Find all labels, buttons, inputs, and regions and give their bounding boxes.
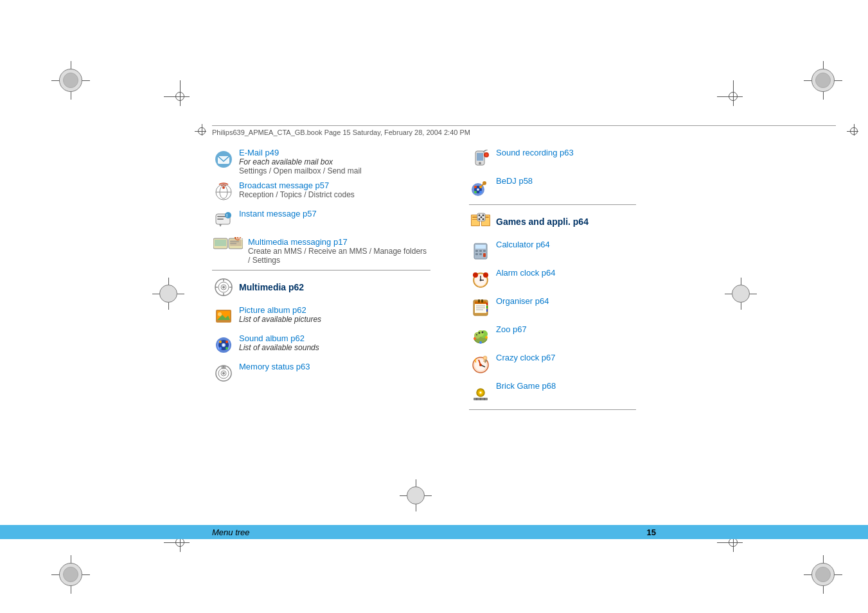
alarm-clock-icon (469, 268, 492, 291)
sound-album-subtitle: List of available sounds (239, 343, 319, 352)
sound-recording-title: Sound recording p63 (496, 148, 574, 157)
svg-point-109 (479, 332, 481, 334)
svg-point-120 (483, 356, 487, 360)
divider-2 (469, 204, 636, 205)
svg-rect-7 (217, 216, 226, 217)
svg-rect-8 (217, 218, 224, 220)
svg-point-61 (479, 186, 482, 188)
svg-point-60 (474, 186, 477, 188)
svg-rect-15 (230, 240, 242, 246)
games-section: Games and appli. p64 (469, 210, 836, 233)
svg-rect-80 (479, 250, 482, 252)
svg-point-119 (479, 364, 482, 366)
svg-point-108 (477, 330, 484, 337)
header-separator (212, 125, 836, 126)
calculator-icon (469, 240, 492, 263)
organiser-title: Organiser p64 (496, 296, 549, 306)
svg-rect-79 (475, 250, 478, 252)
brick-game-text: Brick Game p68 (496, 381, 556, 391)
email-icon (212, 148, 235, 171)
picture-album-text: Picture album p62 List of available pict… (239, 305, 321, 324)
sound-recording-text: Sound recording p63 (496, 148, 574, 157)
broadcast-item: Broadcast message p57 Reception / Topics… (212, 181, 430, 204)
sound-album-icon (212, 333, 235, 357)
alarm-clock-text: Alarm clock p64 (496, 268, 555, 278)
svg-rect-103 (486, 306, 488, 308)
broadcast-icon (212, 181, 235, 204)
svg-point-59 (483, 181, 486, 185)
mms-icon: MMS (212, 237, 244, 260)
crazy-clock-item: Crazy clock p67 (469, 353, 836, 376)
zoo-item: Zoo p67 (469, 324, 836, 348)
zoo-title: Zoo p67 (496, 324, 527, 334)
zoo-icon (469, 324, 492, 348)
svg-text:!: ! (226, 213, 227, 218)
right-column: Sound recording p63 (430, 148, 836, 529)
svg-point-46 (223, 366, 224, 368)
svg-point-36 (223, 344, 225, 346)
svg-rect-81 (483, 250, 486, 252)
svg-point-76 (483, 218, 484, 220)
games-title: Games and appli. p64 (496, 217, 589, 227)
main-content: E-Mail p49 For each available mail box S… (212, 148, 836, 529)
multimedia-icon (212, 276, 235, 299)
svg-point-38 (226, 341, 228, 343)
svg-rect-82 (475, 253, 478, 255)
svg-point-111 (476, 334, 477, 335)
svg-point-63 (479, 191, 482, 193)
svg-point-113 (485, 336, 488, 339)
memory-status-item: Memory status p63 (212, 362, 430, 385)
email-text: E-Mail p49 For each available mail box S… (239, 148, 362, 175)
brick-game-title: Brick Game p68 (496, 381, 556, 391)
svg-point-23 (222, 286, 225, 289)
svg-rect-102 (486, 303, 488, 305)
svg-text:MMS: MMS (236, 237, 243, 240)
multimedia-section: Multimedia p62 (212, 276, 430, 299)
svg-point-37 (219, 341, 222, 343)
svg-point-72 (479, 215, 481, 217)
svg-point-44 (222, 372, 225, 375)
svg-rect-100 (478, 299, 480, 303)
svg-point-49 (479, 162, 481, 164)
mms-title: Multimedia messaging p17 (248, 237, 430, 247)
svg-rect-13 (215, 240, 226, 246)
brick-game-item: Brick Game p68 (469, 381, 836, 404)
svg-point-40 (219, 347, 222, 350)
divider-3 (469, 409, 636, 410)
memory-status-title: Memory status p63 (239, 362, 310, 371)
zoo-text: Zoo p67 (496, 324, 527, 334)
bedj-text: BeDJ p58 (496, 176, 533, 186)
footer-right: 15 (647, 528, 656, 537)
picture-album-icon (212, 305, 235, 328)
alarm-clock-item: Alarm clock p64 (469, 268, 836, 291)
sound-recording-item: Sound recording p63 (469, 148, 836, 171)
mms-text: Multimedia messaging p17 Create an MMS /… (248, 237, 430, 265)
svg-point-62 (474, 191, 477, 193)
svg-rect-67 (472, 219, 477, 220)
email-item: E-Mail p49 For each available mail box S… (212, 148, 430, 175)
svg-point-30 (218, 312, 222, 316)
divider-1 (212, 270, 430, 271)
calculator-item: Calculator p64 (469, 240, 836, 263)
broadcast-title: Broadcast message p57 (239, 181, 355, 190)
broadcast-detail: Reception / Topics / District codes (239, 190, 355, 199)
sound-album-item: Sound album p62 List of available sounds (212, 333, 430, 357)
organiser-item: Organiser p64 (469, 296, 836, 319)
svg-point-125 (480, 392, 482, 394)
email-title: E-Mail p49 (239, 148, 362, 157)
bottom-bar: Menu tree 15 (0, 525, 868, 539)
instant-icon: ! (212, 209, 235, 232)
svg-rect-101 (481, 299, 483, 303)
organiser-text: Organiser p64 (496, 296, 549, 306)
calculator-title: Calculator p64 (496, 240, 550, 249)
svg-rect-78 (475, 245, 486, 249)
svg-point-112 (474, 337, 476, 340)
crazy-clock-icon (469, 353, 492, 376)
mms-item: MMS Multimedia messaging p17 Create an M… (212, 237, 430, 265)
svg-rect-48 (477, 153, 483, 161)
broadcast-text: Broadcast message p57 Reception / Topics… (239, 181, 355, 199)
svg-point-39 (226, 347, 228, 350)
sound-recording-icon (469, 148, 492, 171)
svg-point-75 (479, 218, 481, 220)
picture-album-title: Picture album p62 (239, 305, 321, 315)
